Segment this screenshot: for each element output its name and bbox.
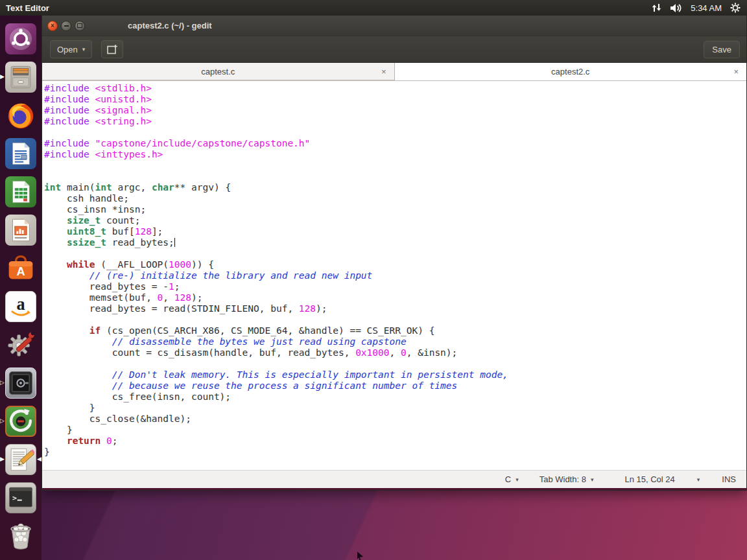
mouse-cursor bbox=[357, 552, 363, 560]
goto-line-dropdown[interactable]: ▾ bbox=[697, 476, 700, 483]
cursor-position-label: Ln 15, Col 24 bbox=[624, 474, 674, 484]
chevron-down-icon: ▾ bbox=[591, 476, 594, 483]
save-button[interactable]: Save bbox=[704, 41, 740, 58]
window-maximize-button[interactable] bbox=[75, 21, 85, 31]
window-title: captest2.c (~/) - gedit bbox=[128, 21, 212, 30]
running-indicator: ▷ bbox=[0, 379, 5, 385]
minimize-icon bbox=[64, 25, 69, 27]
sidebar-item-terminal[interactable]: > bbox=[0, 478, 42, 517]
libreoffice-writer-icon bbox=[5, 138, 36, 169]
sidebar-item-libreoffice-impress[interactable] bbox=[0, 211, 42, 249]
system-settings-icon bbox=[5, 329, 36, 360]
sidebar-item-libreoffice-calc[interactable] bbox=[0, 172, 42, 211]
maximize-icon bbox=[77, 23, 82, 28]
top-panel: Text Editor 5:34 AM bbox=[0, 0, 747, 16]
trash-icon bbox=[5, 520, 36, 552]
running-indicator: ▶ bbox=[0, 73, 5, 79]
ubuntu-software-icon: A bbox=[5, 253, 36, 284]
cursor-position: Ln 15, Col 24 bbox=[624, 474, 674, 484]
chevron-down-icon: ▾ bbox=[697, 476, 700, 483]
clock[interactable]: 5:34 AM bbox=[691, 3, 722, 13]
amazon-icon: a bbox=[5, 291, 36, 322]
tab-captest2-c[interactable]: captest2.c × bbox=[395, 63, 747, 80]
window-close-button[interactable]: × bbox=[47, 21, 58, 31]
insert-mode-label: INS bbox=[722, 474, 736, 484]
running-indicator: ▶ bbox=[0, 456, 5, 461]
editor-view[interactable]: #include <stdlib.h>#include <unistd.h>#i… bbox=[42, 81, 746, 470]
window-bottom-edge bbox=[42, 488, 746, 490]
sidebar-item-ubuntu-software[interactable]: A bbox=[0, 249, 42, 287]
desktop: Text Editor 5:34 AM ▶ bbox=[0, 0, 747, 560]
open-button-label: Open bbox=[57, 45, 78, 54]
svg-text:>: > bbox=[12, 493, 17, 502]
session-gear-icon[interactable] bbox=[730, 3, 741, 13]
sidebar-item-trash[interactable] bbox=[0, 517, 42, 555]
toolbar: Open ▾ Save bbox=[42, 36, 746, 63]
ubuntu-dash-icon bbox=[5, 23, 36, 54]
running-indicator: ▷ bbox=[0, 417, 5, 423]
active-indicator: ◀ bbox=[37, 456, 42, 461]
libreoffice-impress-icon bbox=[5, 215, 36, 246]
close-icon: × bbox=[51, 22, 54, 29]
sidebar-item-system-settings[interactable] bbox=[0, 325, 42, 364]
titlebar[interactable]: × captest2.c (~/) - gedit bbox=[42, 16, 746, 36]
save-button-label: Save bbox=[712, 45, 731, 54]
window-minimize-button[interactable] bbox=[61, 21, 71, 31]
svg-text:a: a bbox=[16, 295, 25, 314]
sidebar-item-firefox[interactable] bbox=[0, 96, 42, 134]
tab-close-icon[interactable]: × bbox=[733, 67, 739, 76]
chevron-down-icon: ▾ bbox=[516, 476, 519, 483]
software-updater-icon bbox=[5, 406, 36, 437]
tab-label: captest2.c bbox=[551, 67, 589, 76]
terminal-icon: > bbox=[5, 482, 36, 513]
launcher: ▶ A bbox=[0, 16, 42, 560]
network-arrows-icon[interactable] bbox=[652, 3, 661, 12]
svg-text:A: A bbox=[16, 264, 25, 278]
sidebar-item-text-editor[interactable]: ▶ ◀ bbox=[0, 440, 42, 478]
sidebar-item-libreoffice-writer[interactable] bbox=[0, 134, 42, 172]
new-document-icon bbox=[107, 44, 118, 54]
status-bar: C ▾ Tab Width: 8 ▾ Ln 15, Col 24 ▾ INS bbox=[42, 470, 746, 488]
tab-width-selector[interactable]: Tab Width: 8 ▾ bbox=[540, 474, 594, 484]
sidebar-item-amazon[interactable]: a bbox=[0, 287, 42, 325]
sidebar-item-dash[interactable] bbox=[0, 19, 42, 58]
tab-close-icon[interactable]: × bbox=[381, 67, 386, 76]
firefox-icon bbox=[5, 100, 36, 131]
open-button[interactable]: Open ▾ bbox=[50, 40, 92, 58]
sidebar-item-password-safe[interactable]: ▷ bbox=[0, 364, 42, 402]
language-label: C bbox=[505, 474, 511, 484]
safe-icon bbox=[5, 368, 36, 399]
gedit-window: × captest2.c (~/) - gedit Open ▾ Save ca… bbox=[42, 16, 747, 491]
volume-icon[interactable] bbox=[670, 3, 682, 13]
new-document-button[interactable] bbox=[101, 40, 123, 58]
tab-captest-c[interactable]: captest.c × bbox=[42, 63, 395, 80]
panel-app-name: Text Editor bbox=[6, 3, 49, 13]
insert-mode-indicator: INS bbox=[722, 474, 736, 484]
sidebar-item-software-updater[interactable]: ▷ bbox=[0, 402, 42, 440]
code-area[interactable]: #include <stdlib.h>#include <unistd.h>#i… bbox=[44, 83, 746, 458]
gedit-icon bbox=[5, 444, 36, 475]
libreoffice-calc-icon bbox=[5, 176, 36, 207]
tab-width-label: Tab Width: 8 bbox=[540, 474, 586, 484]
tab-label: captest.c bbox=[201, 67, 235, 76]
language-selector[interactable]: C ▾ bbox=[505, 474, 519, 484]
chevron-down-icon: ▾ bbox=[82, 46, 86, 52]
tab-bar: captest.c × captest2.c × bbox=[42, 63, 746, 81]
files-icon bbox=[5, 62, 36, 93]
sidebar-item-files[interactable]: ▶ bbox=[0, 58, 42, 96]
